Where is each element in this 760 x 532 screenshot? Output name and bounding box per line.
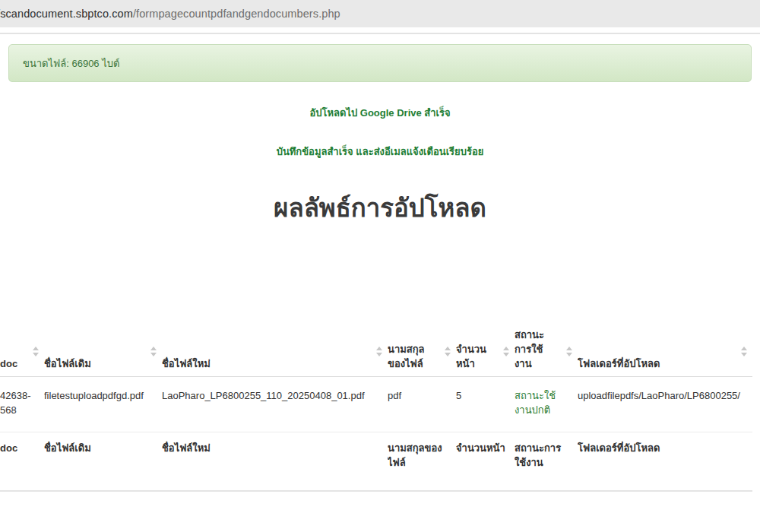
column-header-folder-label: โฟลเดอร์ที่อัปโหลด [578, 358, 660, 369]
table-row: 42638-​568 filetestuploadpdfgd.pdf LaoPh… [0, 377, 752, 432]
header-row: doc ชื่อไฟล์เดิม ชื่อไฟล์ใหม่ นามสกุล​ขอ… [0, 328, 752, 377]
cell-new-name: LaoPharo_LP6800255_110_20250408_01.pdf [162, 377, 388, 432]
column-header-status-label: สถานะ​การใช้​งาน [515, 329, 544, 369]
footer-status: สถานะการ​ใช้งาน [515, 432, 578, 492]
url-path: /formpagecountpdfandgendocumbers.php [133, 8, 340, 20]
column-header-original-name[interactable]: ชื่อไฟล์เดิม [44, 328, 162, 377]
cell-folder: uploadfilepdfs/LaoPharo/LP6800255/ [578, 377, 752, 432]
results-table-wrapper: doc ชื่อไฟล์เดิม ชื่อไฟล์ใหม่ นามสกุล​ขอ… [0, 328, 760, 492]
column-header-status[interactable]: สถานะ​การใช้​งาน [515, 328, 578, 377]
column-header-new-name[interactable]: ชื่อไฟล์ใหม่ [162, 328, 388, 377]
sort-icon [376, 347, 382, 357]
file-size-alert: ขนาดไฟล์: 66906 ไบต์ [8, 44, 752, 82]
sort-icon [503, 347, 509, 357]
gdrive-upload-success-message: อัปโหลดไป Google Drive สำเร็จ [0, 107, 760, 119]
browser-chrome: /scandocument.sbptco.com/formpagecountpd… [0, 0, 760, 27]
footer-original-name: ชื่อไฟล์เดิม [44, 432, 162, 492]
column-header-extension-label: นามสกุล​ของไฟล์ [388, 344, 425, 369]
column-header-new-name-label: ชื่อไฟล์ใหม่ [162, 358, 211, 369]
sort-icon [566, 347, 572, 357]
footer-doc: doc [0, 432, 44, 492]
column-header-pages[interactable]: จำนวน​หน้า [456, 328, 515, 377]
footer-folder: โฟลเดอร์ที่อัปโหลด [578, 432, 752, 492]
footer-extension: นามสกุล​ของไฟล์ [388, 432, 456, 492]
sort-icon [741, 347, 747, 357]
column-header-doc-label: doc [0, 358, 17, 369]
footer-pages: จำนวน​หน้า [456, 432, 515, 492]
url-domain: scandocument.sbptco.com [0, 8, 133, 20]
sort-icon [150, 347, 157, 357]
column-header-extension[interactable]: นามสกุล​ของไฟล์ [388, 328, 456, 377]
file-size-text: ขนาดไฟล์: 66906 ไบต์ [23, 58, 119, 69]
column-header-folder[interactable]: โฟลเดอร์ที่อัปโหลด [578, 328, 752, 377]
url-bar[interactable]: /scandocument.sbptco.com/formpagecountpd… [0, 8, 340, 20]
cell-original-name: filetestuploadpdfgd.pdf [44, 377, 162, 432]
page-title: ผลลัพธ์การอัปโหลด [0, 192, 760, 225]
sort-icon [445, 347, 451, 357]
column-header-doc[interactable]: doc [0, 328, 44, 377]
footer-row: doc ชื่อไฟล์เดิม ชื่อไฟล์ใหม่ นามสกุล​ขอ… [0, 432, 752, 492]
cell-doc-id: 42638-​568 [0, 377, 44, 432]
column-header-pages-label: จำนวน​หน้า [456, 344, 486, 369]
column-header-original-name-label: ชื่อไฟล์เดิม [44, 358, 91, 369]
sort-icon [33, 347, 39, 357]
results-table: doc ชื่อไฟล์เดิม ชื่อไฟล์ใหม่ นามสกุล​ขอ… [0, 328, 752, 492]
cell-pages: 5 [456, 377, 515, 432]
save-success-message: บันทึกข้อมูลสำเร็จ และส่งอีเมลแจ้งเตือนเ… [0, 146, 760, 158]
cell-extension: pdf [388, 377, 456, 432]
footer-new-name: ชื่อไฟล์ใหม่ [162, 432, 388, 492]
chrome-divider [0, 27, 760, 34]
cell-status: สถานะใช้​งานปกติ [515, 377, 578, 432]
